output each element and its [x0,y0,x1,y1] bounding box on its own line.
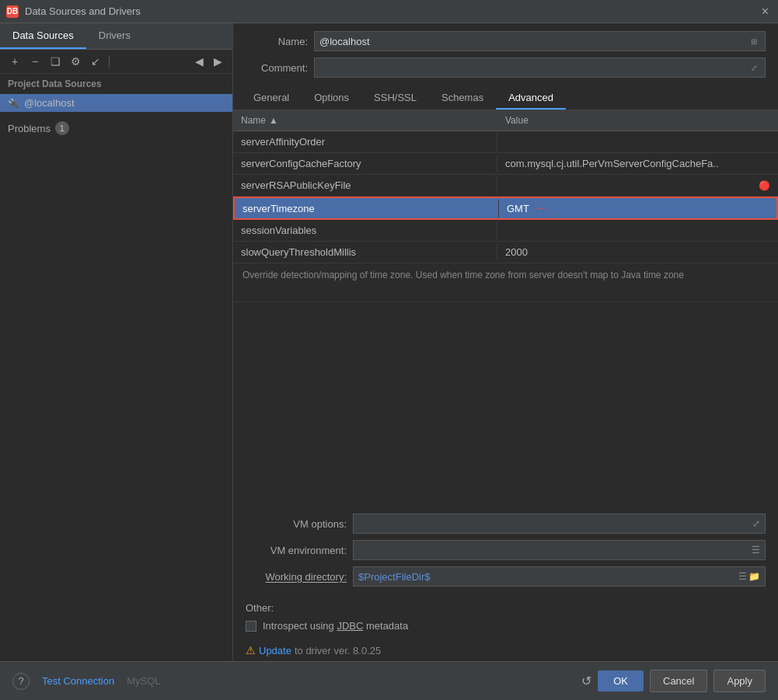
left-toolbar: + − ❑ ⚙ ↙ ◀ ▶ [0,50,232,74]
name-input[interactable]: @localhost ⊞ [314,31,766,51]
bottom-right: ↺ OK Cancel Apply [581,670,766,692]
tab-data-sources[interactable]: Data Sources [0,23,86,49]
toolbar-nav: ◀ ▶ [190,53,226,70]
working-dir-label: Working directory: [246,571,347,583]
properties-table: Name ▲ Value serverAffinityOrder serverC… [233,110,778,507]
left-tabs: Data Sources Drivers [0,23,232,50]
tab-options[interactable]: Options [302,87,361,110]
tab-advanced[interactable]: Advanced [496,87,566,110]
vm-env-label: VM environment: [246,545,347,556]
import-button[interactable]: ↙ [87,53,104,70]
name-label: Name: [246,36,308,47]
prop-name: serverConfigCacheFactory [233,155,497,172]
forward-button[interactable]: ▶ [209,53,226,70]
table-row-server-timezone[interactable]: serverTimezone GMT ← [233,197,778,220]
vm-section: VM options: ⤢ VM environment: ☰ Working … [233,507,778,599]
tree-item-label: @localhost [24,97,75,109]
other-section: Other: Introspect using JDBC metadata [233,599,778,639]
prop-name: serverAffinityOrder [233,133,497,151]
app-icon: DB [6,5,19,18]
vm-options-row: VM options: ⤢ [246,514,766,534]
column-name: Name ▲ [233,113,497,127]
tree-item-localhost[interactable]: 🔌 @localhost [0,94,232,112]
introspect-checkbox[interactable] [246,621,256,632]
copy-button[interactable]: ❑ [47,53,64,70]
prop-value: 2000 [497,243,778,261]
prop-name: sessionVariables [233,221,497,239]
problems-section: Problems 1 [0,115,232,141]
update-section: ⚠ Update to driver ver. 8.0.25 [233,639,778,661]
table-row[interactable]: serverAffinityOrder [233,131,778,153]
cancel-button[interactable]: Cancel [650,670,707,692]
database-icon: 🔌 [8,98,19,109]
table-row[interactable]: serverConfigCacheFactory com.mysql.cj.ut… [233,153,778,175]
warning-icon: ⚠ [246,644,256,656]
remove-button[interactable]: − [26,53,44,70]
ok-button[interactable]: OK [598,670,644,691]
prop-name: serverRSAPublicKeyFile [233,176,497,194]
problems-label-text: Problems [8,123,51,134]
prop-value [497,139,778,145]
title-bar-text: Data Sources and Drivers [25,5,759,17]
mysql-label: MySQL [127,675,160,687]
tab-schemas[interactable]: Schemas [429,87,496,110]
apply-button[interactable]: Apply [713,670,766,692]
description-area: Override detection/mapping of time zone.… [233,263,778,302]
vm-options-label: VM options: [246,518,347,530]
prop-value: 🔴 [497,177,778,194]
test-connection-button[interactable]: Test Connection [42,675,114,687]
update-link[interactable]: Update [259,645,291,656]
vm-options-input[interactable]: ⤢ [353,514,766,534]
vm-expand-icon: ⤢ [752,518,760,529]
table-row[interactable]: serverRSAPublicKeyFile 🔴 [233,175,778,197]
name-value: @localhost [319,36,748,47]
help-button[interactable]: ? [12,673,30,690]
comment-input[interactable]: ⤢ [314,57,766,78]
add-button[interactable]: + [6,53,23,70]
back-button[interactable]: ◀ [190,53,208,70]
vm-environment-row: VM environment: ☰ [246,540,766,560]
expand-icon: ⊞ [748,35,760,47]
bottom-left: ? Test Connection MySQL [12,673,161,690]
working-dir-value: $ProjectFileDir$ [358,571,430,583]
tab-ssh-ssl[interactable]: SSH/SSL [361,87,429,110]
table-row[interactable]: slowQueryThresholdMillis 2000 [233,242,778,263]
rsa-icon: 🔴 [759,180,770,191]
title-bar: DB Data Sources and Drivers × [0,0,778,23]
prop-value: GMT ← [499,198,776,218]
arrow-right-icon: ← [536,201,548,215]
update-text: to driver ver. 8.0.25 [295,645,381,656]
working-dir-browse-icon: ☰ [738,571,747,582]
prop-value [497,228,778,234]
close-button[interactable]: × [759,5,772,19]
description-text: Override detection/mapping of time zone.… [242,270,684,280]
prop-value: com.mysql.cj.util.PerVmServerConfigCache… [497,155,778,172]
comment-expand-icon: ⤢ [748,61,760,74]
working-dir-folder-icon: 📁 [748,571,760,582]
tab-drivers[interactable]: Drivers [86,23,143,49]
vm-env-input[interactable]: ☰ [353,540,766,560]
toolbar-separator [109,55,110,68]
prop-name: serverTimezone [235,200,499,218]
bottom-bar: ? Test Connection MySQL ↺ OK Cancel Appl… [0,661,778,700]
settings-button[interactable]: ⚙ [67,53,84,70]
comment-row: Comment: ⤢ [246,57,766,78]
refresh-button[interactable]: ↺ [581,674,591,688]
tab-general[interactable]: General [241,87,302,110]
table-header: Name ▲ Value [233,110,778,131]
content-tabs: General Options SSH/SSL Schemas Advanced [233,87,778,110]
checkbox-row: Introspect using JDBC metadata [246,618,766,633]
other-label: Other: [246,602,766,614]
comment-label: Comment: [246,62,308,74]
vm-env-edit-icon: ☰ [752,545,760,555]
left-panel: Data Sources Drivers + − ❑ ⚙ ↙ ◀ ▶ Proje… [0,23,233,661]
form-header: Name: @localhost ⊞ Comment: ⤢ [233,23,778,84]
prop-name: slowQueryThresholdMillis [233,243,497,261]
column-value: Value [497,113,778,127]
problems-badge: 1 [55,121,69,135]
introspect-label: Introspect using JDBC metadata [263,620,408,632]
working-dir-input[interactable]: $ProjectFileDir$ ☰ 📁 [353,566,766,587]
project-sources-label: Project Data Sources [0,74,232,94]
working-dir-row: Working directory: $ProjectFileDir$ ☰ 📁 [246,566,766,587]
table-row[interactable]: sessionVariables [233,220,778,242]
